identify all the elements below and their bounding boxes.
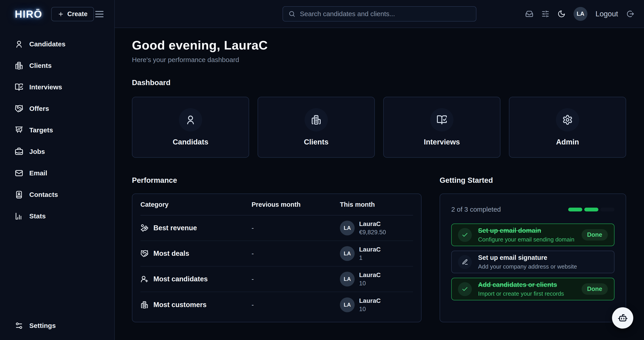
row-previous-value: -: [252, 250, 340, 257]
user-icon: [185, 114, 196, 125]
done-badge: Done: [582, 229, 608, 241]
winner-value: €9,829.50: [359, 229, 386, 236]
column-header-previous-month: Previous month: [252, 201, 340, 208]
logout-icon[interactable]: [626, 10, 634, 18]
card-icon-circle: [304, 108, 328, 131]
bottom-sections: Performance Category Previous month This…: [132, 176, 626, 322]
brand-logo: HIRŌ: [15, 8, 42, 20]
search-input[interactable]: [300, 10, 470, 18]
sidebar-item-candidates[interactable]: Candidates: [0, 33, 114, 55]
global-search: [282, 6, 476, 22]
performance-table: Category Previous month This month Best …: [132, 194, 422, 322]
table-header: Category Previous month This month: [140, 194, 413, 216]
building-icon: [311, 114, 322, 125]
menu-toggle-icon[interactable]: [94, 10, 105, 19]
building-icon: [15, 61, 23, 70]
check-circle: [458, 282, 472, 296]
handshake-icon: [140, 250, 148, 258]
handshake-icon: [15, 104, 23, 113]
dashboard-card-candidates[interactable]: Candidats: [132, 97, 249, 158]
sidebar-item-jobs[interactable]: Jobs: [0, 141, 114, 162]
row-category: Most deals: [154, 250, 189, 258]
task-subtitle: Configure your email sending domain: [478, 236, 574, 243]
sidebar-item-targets[interactable]: Targets: [0, 119, 114, 141]
table-row: Most deals - LA LauraC 1: [140, 241, 413, 267]
check-icon: [462, 232, 468, 238]
check-circle: [458, 228, 472, 242]
book-check-icon: [436, 114, 447, 125]
row-winner: LA LauraC 1: [340, 246, 413, 261]
sidebar-item-interviews[interactable]: Interviews: [0, 76, 114, 98]
column-header-category: Category: [140, 201, 252, 208]
briefcase-icon: [15, 147, 23, 156]
winner-name: LauraC: [359, 271, 380, 279]
sidebar-item-settings[interactable]: Settings: [0, 315, 114, 336]
winner-value: 1: [359, 254, 380, 261]
logout-button[interactable]: Logout: [596, 10, 618, 18]
task-title: Add candidates or clients: [478, 281, 564, 288]
progress-bar: [568, 208, 614, 212]
sidebar-item-label: Targets: [29, 126, 53, 134]
sidebar-item-label: Candidates: [29, 40, 66, 48]
table-row: Most customers - LA LauraC 10: [140, 292, 413, 318]
sidebar-spacer: [0, 227, 114, 315]
create-button[interactable]: Create: [51, 7, 94, 21]
card-icon-circle: [430, 108, 454, 131]
sidebar: HIRŌ Create Candidates Clients Interview…: [0, 0, 115, 340]
winner-value: 10: [359, 306, 380, 313]
row-category: Best revenue: [154, 224, 197, 232]
row-previous-value: -: [252, 224, 340, 232]
assistant-fab-button[interactable]: [612, 307, 633, 328]
task-title: Set up email domain: [478, 227, 574, 234]
sidebar-item-offers[interactable]: Offers: [0, 98, 114, 119]
sidebar-item-label: Settings: [29, 322, 56, 329]
card-label: Interviews: [424, 138, 460, 146]
table-row: Most candidates - LA LauraC 10: [140, 267, 413, 292]
avatar: LA: [340, 221, 355, 235]
robot-icon: [618, 313, 628, 323]
page-title: Good evening, LauraC: [132, 38, 644, 52]
sliders-icon[interactable]: [541, 10, 550, 18]
task-email-signature[interactable]: Set up email signature Add your company …: [451, 251, 614, 273]
pen-circle: [458, 255, 472, 269]
dashboard-card-clients[interactable]: Clients: [258, 97, 375, 158]
getting-started-card: 2 of 3 completed: [440, 194, 626, 322]
dashboard-card-admin[interactable]: Admin: [509, 97, 626, 158]
gear-icon: [562, 114, 573, 125]
sidebar-header: HIRŌ Create: [0, 0, 114, 28]
sidebar-item-label: Email: [29, 169, 47, 177]
sidebar-item-clients[interactable]: Clients: [0, 55, 114, 76]
topbar: LA Logout: [115, 0, 644, 28]
moon-icon[interactable]: [558, 10, 566, 18]
task-email-domain[interactable]: Set up email domain Configure your email…: [451, 224, 614, 246]
avatar[interactable]: LA: [574, 7, 588, 21]
dashboard-cards: Candidats Clients Interviews: [132, 97, 626, 158]
sidebar-nav: Candidates Clients Interviews Offers Tar…: [0, 28, 114, 227]
contact-book-icon: [15, 190, 23, 199]
user-icon: [15, 40, 23, 48]
topbar-actions: LA Logout: [525, 7, 644, 21]
progress-row: 2 of 3 completed: [451, 206, 614, 213]
card-label: Candidats: [173, 138, 208, 146]
task-add-records[interactable]: Add candidates or clients Import or crea…: [451, 278, 614, 300]
app-window: HIRŌ Create Candidates Clients Interview…: [0, 0, 644, 340]
task-subtitle: Import or create your first records: [478, 290, 564, 297]
dashboard-card-interviews[interactable]: Interviews: [383, 97, 500, 158]
getting-started-title: Getting Started: [440, 176, 626, 185]
plus-icon: [58, 11, 64, 17]
performance-title: Performance: [132, 176, 422, 185]
row-category: Most customers: [154, 301, 206, 309]
check-icon: [462, 286, 468, 292]
inbox-icon[interactable]: [525, 10, 533, 18]
performance-section: Performance Category Previous month This…: [132, 176, 422, 322]
sidebar-item-contacts[interactable]: Contacts: [0, 184, 114, 205]
user-plus-icon: [140, 275, 148, 283]
column-header-this-month: This month: [340, 201, 413, 208]
sidebar-item-stats[interactable]: Stats: [0, 205, 114, 227]
sidebar-item-email[interactable]: Email: [0, 162, 114, 184]
winner-name: LauraC: [359, 246, 380, 253]
card-icon-circle: [179, 108, 202, 131]
avatar: LA: [340, 246, 355, 261]
search-icon: [288, 10, 296, 18]
presentation-chart-icon: [15, 126, 23, 134]
